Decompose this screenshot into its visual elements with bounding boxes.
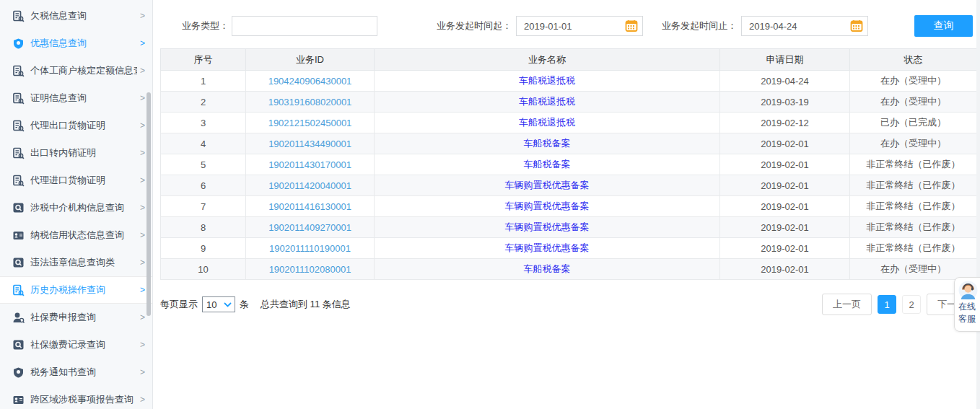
table-row: 11904240906430001车船税退抵税2019-04-24在办（受理中） xyxy=(161,71,977,92)
sidebar-item[interactable]: 证明信息查询> xyxy=(0,84,152,112)
social-security-record-icon xyxy=(12,339,25,351)
cell-status: 非正常终结（已作废） xyxy=(850,154,977,175)
chevron-down-icon xyxy=(224,302,232,307)
business-name-link[interactable]: 车辆购置税优惠备案 xyxy=(505,180,590,190)
business-name-link[interactable]: 车船税退抵税 xyxy=(519,75,575,86)
cell-business-name: 车船税退抵税 xyxy=(375,71,720,92)
sidebar-item[interactable]: 违法违章信息查询类> xyxy=(0,249,152,276)
business-id-link[interactable]: 1902011434490001 xyxy=(268,138,351,149)
cell-status: 在办（受理中） xyxy=(850,259,977,280)
cell-serial: 4 xyxy=(161,133,246,154)
search-button[interactable]: 查询 xyxy=(914,15,973,37)
sidebar-item[interactable]: 代理出口货物证明> xyxy=(0,112,152,139)
page-number-button[interactable]: 2 xyxy=(902,295,921,314)
sidebar-item[interactable]: 优惠信息查询> xyxy=(0,30,152,57)
sidebar-item[interactable]: 历史办税操作查询> xyxy=(0,276,152,304)
violation-info-search-icon xyxy=(12,257,25,269)
business-id-link[interactable]: 1903191608020001 xyxy=(268,97,352,107)
cell-business-id: 1902011102080001 xyxy=(246,259,375,280)
start-date-input[interactable] xyxy=(517,21,611,32)
table-row: 81902011409270001车辆购置税优惠备案2019-02-01非正常终… xyxy=(161,217,977,238)
sidebar-item-label: 个体工商户核定定额信息查询 xyxy=(30,64,137,77)
sidebar-item[interactable]: 社保费申报查询> xyxy=(0,304,152,331)
sidebar-item[interactable]: 税务通知书查询> xyxy=(0,359,152,386)
preferential-info-search-icon xyxy=(12,38,25,50)
business-name-link[interactable]: 车船税备案 xyxy=(524,138,571,149)
page-size-select[interactable]: 10 xyxy=(202,296,235,312)
business-id-link[interactable]: 1902011110190001 xyxy=(269,243,351,254)
business-id-link[interactable]: 1902011420040001 xyxy=(268,180,351,191)
start-date-field[interactable] xyxy=(516,16,643,36)
sidebar-item[interactable]: 出口转内销证明> xyxy=(0,139,152,167)
sidebar-item-label: 代理出口货物证明 xyxy=(30,119,137,132)
sidebar-item-label: 欠税信息查询 xyxy=(30,9,137,22)
sidebar-item-label: 历史办税操作查询 xyxy=(30,283,137,296)
pagination-bar: 每页显示 10 条 总共查询到 11 条信息 上一页 12 下一页 xyxy=(160,294,976,315)
business-id-link[interactable]: 1902011430170001 xyxy=(268,159,351,170)
cell-apply-date: 2019-02-01 xyxy=(720,259,850,280)
cross-region-report-icon xyxy=(12,394,25,406)
business-name-link[interactable]: 车船税备案 xyxy=(524,263,571,274)
cell-serial: 10 xyxy=(161,259,246,280)
cell-business-name: 车船税退抵税 xyxy=(375,113,720,133)
cell-apply-date: 2019-02-01 xyxy=(720,217,850,238)
cell-serial: 6 xyxy=(161,175,246,196)
business-id-link[interactable]: 1902011409270001 xyxy=(268,222,351,233)
end-date-input[interactable] xyxy=(742,21,836,32)
table-row: 71902011416130001车辆购置税优惠备案2019-02-01非正常终… xyxy=(161,196,977,217)
business-id-link[interactable]: 1902011416130001 xyxy=(268,201,351,212)
cell-business-id: 1902011409270001 xyxy=(246,217,375,238)
sidebar-item[interactable]: 代理进口货物证明> xyxy=(0,167,152,194)
sidebar-item[interactable]: 涉税中介机构信息查询> xyxy=(0,194,152,221)
sidebar-item[interactable]: 纳税信用状态信息查询> xyxy=(0,221,152,249)
business-id-link[interactable]: 1902121502450001 xyxy=(268,118,352,128)
business-id-link[interactable]: 1902011102080001 xyxy=(269,264,351,275)
business-name-link[interactable]: 车辆购置税优惠备案 xyxy=(505,201,590,211)
calendar-icon[interactable] xyxy=(850,19,863,32)
page-number-button[interactable]: 1 xyxy=(878,295,896,314)
cell-apply-date: 2019-02-01 xyxy=(720,133,850,154)
cell-business-id: 1902011434490001 xyxy=(246,133,375,154)
online-service-widget[interactable]: 在线 客服 xyxy=(954,277,980,332)
calendar-icon[interactable] xyxy=(625,19,638,32)
business-id-link[interactable]: 1904240906430001 xyxy=(268,76,352,87)
chevron-right-icon: > xyxy=(140,230,145,240)
page-scrollbar-track[interactable] xyxy=(976,0,980,409)
table-header-cell: 业务名称 xyxy=(375,49,720,71)
business-name-link[interactable]: 车船税退抵税 xyxy=(519,96,575,107)
sidebar-item[interactable]: 个体工商户核定定额信息查询> xyxy=(0,57,152,84)
agent-import-goods-icon xyxy=(12,175,25,187)
business-type-input[interactable] xyxy=(232,16,377,36)
sidebar-item[interactable]: 社保缴费记录查询> xyxy=(0,331,152,359)
filter-bar: 业务类型： 业务发起时间起： 业务发起时间止： 查询 xyxy=(154,0,980,37)
cell-business-id: 1902121502450001 xyxy=(246,113,375,133)
individual-business-quota-icon xyxy=(12,65,25,77)
chevron-right-icon: > xyxy=(140,120,145,131)
cell-status: 已办（已完成） xyxy=(850,113,977,133)
cell-serial: 2 xyxy=(161,92,246,113)
sidebar-item-label: 社保缴费记录查询 xyxy=(30,338,137,351)
chevron-right-icon: > xyxy=(140,66,145,76)
table-row: 21903191608020001车船税退抵税2019-03-19在办（受理中） xyxy=(161,92,977,113)
end-date-field[interactable] xyxy=(741,16,868,36)
cell-serial: 5 xyxy=(161,154,246,175)
cell-serial: 9 xyxy=(161,238,246,259)
sidebar-scrollbar-thumb[interactable] xyxy=(146,92,151,316)
business-name-link[interactable]: 车船税备案 xyxy=(524,159,571,170)
chevron-right-icon: > xyxy=(140,285,145,295)
business-name-link[interactable]: 车辆购置税优惠备案 xyxy=(505,221,590,232)
cell-business-id: 1902011430170001 xyxy=(246,154,375,175)
cell-business-name: 车辆购置税优惠备案 xyxy=(375,196,720,217)
online-service-label-line2: 客服 xyxy=(958,314,980,325)
sidebar-item[interactable]: 跨区域涉税事项报告查询> xyxy=(0,386,152,409)
business-name-link[interactable]: 车船税退抵税 xyxy=(519,117,575,128)
tax-credit-status-icon xyxy=(12,229,25,242)
cell-serial: 7 xyxy=(161,196,246,217)
online-service-label-line1: 在线 xyxy=(958,302,980,312)
sidebar-item-label: 出口转内销证明 xyxy=(30,146,137,159)
sidebar-item[interactable]: 欠税信息查询> xyxy=(0,2,152,30)
prev-page-button[interactable]: 上一页 xyxy=(822,294,872,315)
business-name-link[interactable]: 车辆购置税优惠备案 xyxy=(505,242,590,253)
table-row: 91902011110190001车辆购置税优惠备案2019-02-01非正常终… xyxy=(161,238,977,259)
table-header-cell: 序号 xyxy=(161,49,246,71)
